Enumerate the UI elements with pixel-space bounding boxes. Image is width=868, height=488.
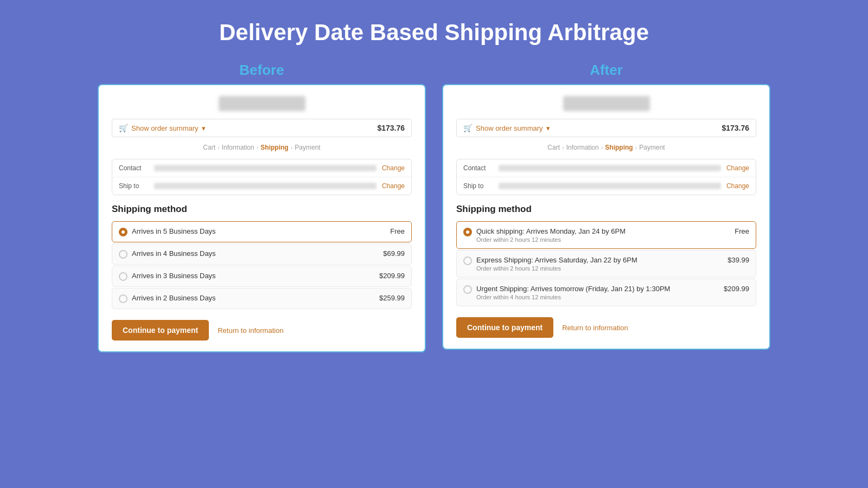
after-option-name-2: Urgent Shipping: Arrives tomorrow (Frida… [476, 285, 670, 293]
after-option-price-0: Free [735, 227, 749, 235]
breadcrumb-cart[interactable]: Cart [203, 144, 215, 151]
before-panel-container: Before 🛒 Show order summary ▾ $173.76 Ca… [98, 62, 426, 352]
after-ship-to-row: Ship to Change [457, 177, 756, 195]
before-option-name-3: Arrives in 2 Business Days [132, 294, 216, 302]
before-ship-to-row: Ship to Change [112, 177, 411, 195]
after-breadcrumb-cart[interactable]: Cart [547, 144, 560, 151]
after-shipping-option-1[interactable]: Express Shipping: Arrives Saturday, Jan … [456, 250, 756, 278]
before-logo-area [112, 96, 412, 111]
after-order-summary-bar[interactable]: 🛒 Show order summary ▾ $173.76 [456, 119, 756, 137]
before-option-price-1: $69.99 [383, 249, 405, 258]
after-breadcrumb: Cart › Information › Shipping › Payment [456, 144, 756, 151]
chevron-down-icon: ▾ [202, 124, 206, 132]
before-label: Before [239, 62, 284, 79]
before-radio-1[interactable] [119, 250, 127, 259]
before-ship-to-change[interactable]: Change [382, 182, 405, 190]
before-option-price-0: Free [390, 227, 405, 235]
after-contact-label: Contact [463, 164, 493, 172]
after-option-name-0: Quick shipping: Arrives Monday, Jan 24 b… [476, 227, 626, 235]
after-logo-area [456, 96, 756, 111]
after-breadcrumb-shipping[interactable]: Shipping [605, 144, 633, 151]
after-option-subtitle-0: Order within 2 hours 12 minutes [476, 236, 626, 243]
after-option-price-1: $39.99 [727, 256, 749, 264]
after-shipping-option-0[interactable]: Quick shipping: Arrives Monday, Jan 24 b… [456, 221, 756, 249]
before-continue-button[interactable]: Continue to payment [112, 320, 209, 341]
after-info-section: Contact Change Ship to Change [456, 159, 756, 195]
after-contact-value [499, 165, 721, 171]
before-panel: 🛒 Show order summary ▾ $173.76 Cart › In… [98, 84, 426, 352]
after-order-summary-left[interactable]: 🛒 Show order summary ▾ [463, 124, 550, 132]
before-footer: Continue to payment Return to informatio… [112, 320, 412, 341]
before-logo [219, 96, 305, 111]
before-breadcrumb: Cart › Information › Shipping › Payment [112, 144, 412, 151]
before-contact-value [154, 165, 376, 171]
after-radio-1[interactable] [463, 256, 472, 265]
after-ship-to-label: Ship to [463, 182, 493, 190]
before-option-price-3: $259.99 [379, 294, 405, 302]
after-option-name-1: Express Shipping: Arrives Saturday, Jan … [476, 256, 637, 264]
after-option-subtitle-2: Order within 4 hours 12 minutes [476, 294, 670, 300]
before-shipping-method-title: Shipping method [112, 204, 412, 215]
after-option-price-2: $209.99 [724, 285, 749, 293]
before-radio-3[interactable] [119, 294, 127, 303]
before-order-summary-text[interactable]: Show order summary [131, 124, 199, 132]
after-shipping-option-2[interactable]: Urgent Shipping: Arrives tomorrow (Frida… [456, 279, 756, 306]
after-return-link[interactable]: Return to information [562, 324, 628, 332]
breadcrumb-information[interactable]: Information [222, 144, 254, 151]
after-panel: 🛒 Show order summary ▾ $173.76 Cart › In… [442, 84, 770, 350]
after-shipping-method-title: Shipping method [456, 204, 756, 215]
before-order-summary-bar[interactable]: 🛒 Show order summary ▾ $173.76 [112, 119, 412, 137]
after-breadcrumb-payment[interactable]: Payment [639, 144, 665, 151]
before-shipping-option-2[interactable]: Arrives in 3 Business Days $209.99 [112, 266, 412, 287]
page-title: Delivery Date Based Shipping Arbitrage [219, 20, 649, 46]
cart-icon: 🛒 [119, 124, 128, 132]
before-contact-change[interactable]: Change [382, 164, 405, 172]
after-contact-row: Contact Change [457, 159, 756, 177]
before-radio-2[interactable] [119, 272, 127, 281]
after-radio-2[interactable] [463, 285, 472, 294]
after-continue-button[interactable]: Continue to payment [456, 317, 553, 338]
after-shipping-options: Quick shipping: Arrives Monday, Jan 24 b… [456, 221, 756, 306]
before-radio-0[interactable] [119, 228, 127, 236]
after-radio-0[interactable] [463, 228, 472, 236]
after-logo [563, 96, 650, 111]
after-ship-to-change[interactable]: Change [726, 182, 749, 190]
before-order-summary-left[interactable]: 🛒 Show order summary ▾ [119, 124, 206, 132]
breadcrumb-shipping[interactable]: Shipping [260, 144, 288, 151]
before-ship-to-value [154, 183, 376, 189]
after-chevron-down-icon: ▾ [546, 124, 550, 132]
before-shipping-option-1[interactable]: Arrives in 4 Business Days $69.99 [112, 243, 412, 265]
after-breadcrumb-information[interactable]: Information [566, 144, 599, 151]
before-shipping-option-0[interactable]: Arrives in 5 Business Days Free [112, 221, 412, 242]
after-label: After [590, 62, 623, 79]
before-shipping-option-3[interactable]: Arrives in 2 Business Days $259.99 [112, 288, 412, 309]
before-option-name-2: Arrives in 3 Business Days [132, 272, 216, 280]
comparison-wrapper: Before 🛒 Show order summary ▾ $173.76 Ca… [98, 62, 770, 352]
before-ship-to-label: Ship to [119, 182, 149, 190]
before-option-price-2: $209.99 [379, 272, 405, 280]
after-footer: Continue to payment Return to informatio… [456, 317, 756, 338]
after-contact-change[interactable]: Change [726, 164, 749, 172]
before-info-section: Contact Change Ship to Change [112, 159, 412, 195]
before-return-link[interactable]: Return to information [218, 326, 283, 335]
after-cart-icon: 🛒 [463, 124, 473, 132]
after-panel-container: After 🛒 Show order summary ▾ $173.76 Car… [442, 62, 770, 350]
before-option-name-1: Arrives in 4 Business Days [132, 249, 216, 258]
before-option-name-0: Arrives in 5 Business Days [132, 227, 216, 235]
before-order-total: $173.76 [377, 124, 405, 132]
before-shipping-options: Arrives in 5 Business Days Free Arrives … [112, 221, 412, 309]
after-ship-to-value [499, 183, 721, 189]
before-contact-label: Contact [119, 164, 149, 172]
after-option-subtitle-1: Order within 2 hours 12 minutes [476, 265, 637, 272]
after-order-total: $173.76 [722, 124, 749, 132]
breadcrumb-payment[interactable]: Payment [295, 144, 320, 151]
before-contact-row: Contact Change [112, 159, 411, 177]
after-order-summary-text[interactable]: Show order summary [476, 124, 543, 132]
